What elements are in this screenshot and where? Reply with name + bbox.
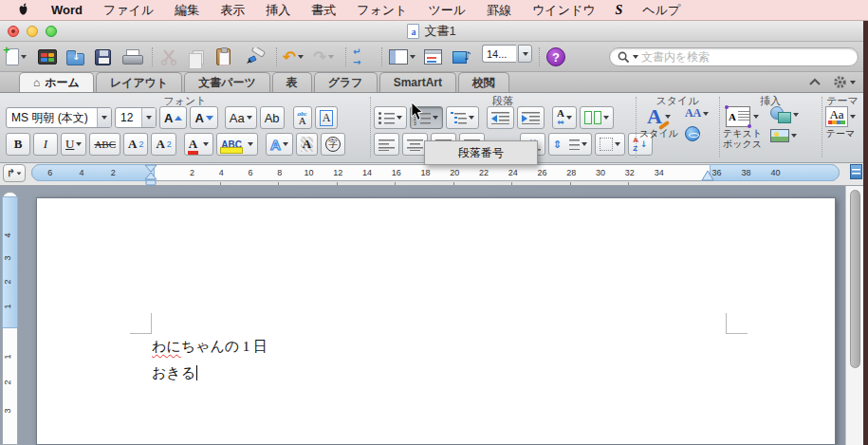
menu-item[interactable]: ウインドウ — [522, 2, 606, 19]
search-scope-dropdown-icon[interactable] — [633, 55, 638, 59]
document-line-2[interactable]: おきる — [152, 364, 197, 382]
zoom-combobox[interactable]: 14... — [482, 45, 532, 63]
character-border-button[interactable]: A — [315, 106, 339, 129]
font-name-dropdown[interactable] — [97, 107, 111, 128]
decrease-indent-button[interactable] — [487, 106, 514, 129]
new-document-button[interactable] — [6, 45, 27, 69]
ribbon-tab[interactable]: グラフ — [314, 72, 378, 92]
ruler-number: 12 — [323, 167, 353, 178]
boxed-a-icon: A — [320, 110, 334, 126]
menu-item[interactable]: フォント — [346, 2, 417, 19]
font-name-combobox[interactable]: MS 明朝 (本文) — [6, 107, 112, 128]
gallery-button[interactable] — [38, 45, 57, 69]
ribbon-tab[interactable]: SmartArt — [379, 72, 456, 92]
format-painter-button[interactable] — [245, 45, 266, 69]
strikethrough-button[interactable]: ABC — [89, 133, 120, 156]
open-button[interactable] — [66, 45, 84, 69]
view-layout-button[interactable] — [389, 45, 416, 69]
indent-markers[interactable] — [142, 164, 159, 186]
textbox-button[interactable]: A テキストボックス — [723, 106, 762, 149]
underline-button[interactable]: U — [61, 133, 86, 156]
bullets-button[interactable] — [374, 106, 407, 129]
tab-stop-selector[interactable]: ↱ — [3, 164, 26, 182]
align-left-button[interactable] — [374, 133, 399, 156]
picture-button[interactable] — [770, 129, 799, 142]
script-menu-icon[interactable]: S — [606, 3, 633, 18]
search-input[interactable] — [641, 50, 850, 64]
menu-item[interactable]: 罫線 — [476, 2, 522, 19]
menu-item[interactable]: ツール — [417, 2, 476, 19]
scrollbar-thumb[interactable] — [850, 190, 860, 368]
cut-button[interactable] — [159, 45, 178, 69]
ribbon-tab[interactable]: 表 — [272, 72, 312, 92]
increase-indent-button[interactable] — [517, 106, 545, 129]
shapes-button[interactable] — [770, 106, 799, 123]
font-size-dropdown[interactable] — [141, 107, 156, 128]
multilevel-list-button[interactable] — [446, 106, 479, 129]
borders-button[interactable] — [595, 133, 625, 156]
media-browser-button[interactable] — [452, 45, 471, 69]
chevron-down-icon — [566, 116, 572, 120]
window-title-wrap: a 文書1 — [0, 21, 863, 42]
styles-button[interactable]: A スタイル — [639, 106, 678, 139]
copy-button[interactable] — [188, 45, 204, 69]
apple-menu[interactable] — [11, 3, 41, 17]
undo-button[interactable]: ↶ — [283, 45, 304, 69]
save-button[interactable] — [95, 45, 111, 69]
quick-styles-button[interactable]: AA — [685, 106, 709, 121]
menu-word[interactable]: Word — [41, 3, 93, 17]
menu-item[interactable]: 挿入 — [255, 2, 301, 19]
font-size-combobox[interactable]: 12 — [115, 107, 157, 128]
columns-button[interactable] — [580, 106, 614, 129]
menu-item[interactable]: 表示 — [210, 2, 255, 19]
change-case-button[interactable]: Aa — [225, 106, 257, 129]
document-line-1[interactable]: わにちゃんの 1 日 — [152, 338, 268, 356]
search-field[interactable] — [609, 47, 859, 66]
menu-help[interactable]: ヘルプ — [632, 2, 691, 19]
ribbon-tab[interactable]: 文書パーツ — [184, 72, 270, 92]
ribbon-settings-button[interactable] — [833, 75, 856, 89]
tab-home[interactable]: ⌂ ホーム — [19, 72, 94, 92]
bold-button[interactable]: B — [6, 133, 30, 156]
subscript-button[interactable]: A2 — [151, 133, 175, 156]
zoom-dropdown[interactable] — [518, 45, 532, 63]
toolbox-button[interactable] — [424, 45, 442, 69]
enclose-characters-button[interactable]: 字 — [321, 133, 345, 156]
superscript-button[interactable]: A2 — [123, 133, 148, 156]
phonetic-guide-button[interactable]: abcA — [293, 106, 312, 129]
split-view-handle[interactable] — [850, 164, 862, 179]
grow-font-button[interactable]: A — [159, 106, 187, 129]
ruler-number: 2 — [177, 167, 207, 178]
ribbon-tab[interactable]: レイアウト — [96, 72, 182, 92]
paste-button[interactable] — [216, 45, 231, 69]
themes-button[interactable]: Aa テーマ — [825, 106, 856, 139]
document-page[interactable] — [36, 197, 836, 445]
gallery-icon — [38, 49, 57, 65]
increase-indent-icon — [522, 112, 540, 124]
menu-item[interactable]: 編集 — [164, 2, 210, 19]
show-formatting-marks-button[interactable]: ↵→ — [353, 45, 360, 69]
font-color-button[interactable]: A — [184, 133, 213, 156]
line-spacing-button[interactable]: ⇕ — [548, 133, 592, 156]
text-effects-button[interactable]: A — [266, 133, 293, 156]
ribbon-tab[interactable]: 校閲 — [458, 72, 509, 92]
right-indent-marker[interactable] — [700, 170, 715, 181]
vertical-scrollbar[interactable] — [845, 186, 863, 445]
menu-item[interactable]: 書式 — [301, 2, 346, 19]
misspelled-word[interactable]: わに — [152, 339, 181, 354]
character-shading-button[interactable]: A — [296, 133, 318, 156]
font-name-value: MS 明朝 (本文) — [7, 110, 97, 126]
clear-formatting-button[interactable]: Ab — [260, 106, 285, 129]
shrink-font-button[interactable]: A — [190, 106, 217, 129]
highlight-button[interactable]: ABC — [216, 133, 258, 156]
menu-item[interactable]: ファイル — [93, 2, 164, 19]
italic-button[interactable]: I — [33, 133, 58, 156]
title-bar[interactable]: a 文書1 — [0, 21, 863, 42]
help-button[interactable]: ? — [546, 45, 565, 69]
redo-button[interactable]: ↶ — [313, 45, 334, 69]
collapse-ribbon-icon[interactable] — [808, 78, 822, 86]
translate-globe-button[interactable] — [685, 126, 700, 141]
character-spacing-button[interactable]: A⇔ — [552, 106, 577, 129]
print-button[interactable] — [122, 45, 141, 69]
ruler-number: 2 — [3, 377, 14, 389]
